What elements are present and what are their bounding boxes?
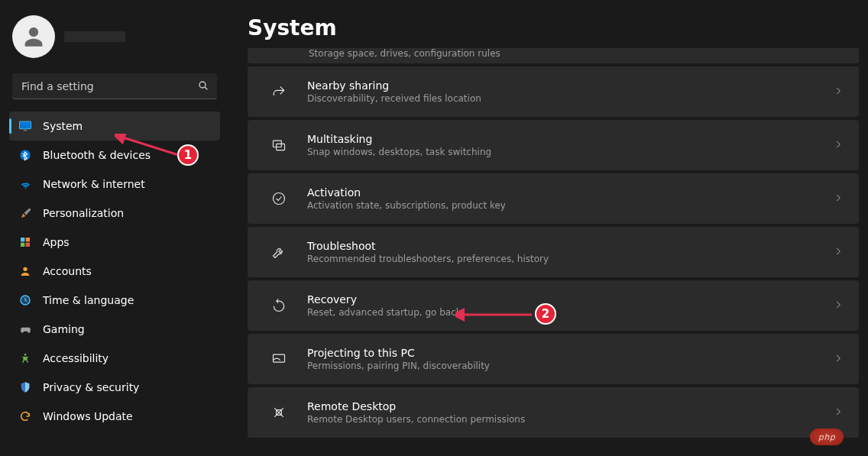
svg-point-12 [24,354,27,356]
sidebar-item-label: Time & language [43,294,134,306]
search-input[interactable] [12,73,217,99]
chevron-right-icon [833,406,844,420]
chevron-right-icon [833,192,844,206]
brush-icon [18,206,32,220]
watermark: php [810,429,844,445]
settings-row-title: Troubleshoot [307,240,833,252]
settings-row-subtitle: Storage space, drives, configuration rul… [309,48,500,59]
update-icon [18,409,32,423]
settings-row-title: Nearby sharing [307,79,833,92]
chevron-right-icon [833,85,844,99]
projecting-icon [263,351,295,367]
accessibility-icon [18,351,32,365]
settings-row-storage-partial[interactable]: Storage space, drives, configuration rul… [248,48,859,63]
sidebar-item-label: System [43,120,83,132]
svg-line-1 [205,87,207,89]
settings-row-title: Projecting to this PC [307,347,833,359]
check-circle-icon [263,191,295,206]
settings-row-subtitle: Activation state, subscriptions, product… [307,200,833,211]
settings-row-subtitle: Permissions, pairing PIN, discoverabilit… [307,361,833,371]
annotation-arrow-2 [455,307,539,322]
wrench-icon [263,244,295,260]
settings-row-troubleshoot[interactable]: Troubleshoot Recommended troubleshooters… [248,227,859,277]
settings-row-title: Recovery [307,293,833,306]
sidebar-item-windows-update[interactable]: Windows Update [9,402,220,431]
sidebar-item-apps[interactable]: Apps [9,228,220,257]
profile-area[interactable] [6,9,223,70]
recovery-icon [263,298,295,313]
svg-rect-2 [20,121,31,129]
settings-row-title: Multitasking [307,133,833,145]
sidebar-item-label: Windows Update [43,410,133,422]
settings-row-nearby-sharing[interactable]: Nearby sharing Discoverability, received… [248,66,859,117]
svg-rect-8 [21,243,24,247]
svg-rect-6 [21,238,24,241]
svg-line-18 [121,137,183,157]
monitor-icon [18,119,32,133]
user-name-placeholder [64,31,125,42]
svg-rect-4 [24,130,28,131]
main-content: System Storage space, drives, configurat… [229,0,868,456]
annotation-badge-1: 1 [177,144,199,166]
remote-desktop-icon [263,405,295,420]
sidebar-item-gaming[interactable]: Gaming [9,315,220,344]
sidebar-item-label: Gaming [43,323,85,335]
sidebar-item-label: Network & internet [43,178,145,190]
svg-point-10 [23,267,27,271]
settings-row-subtitle: Remote Desktop users, connection permiss… [307,414,833,425]
sidebar-item-network-internet[interactable]: Network & internet [9,170,220,199]
svg-point-15 [274,193,285,205]
wifi-icon [18,177,32,191]
sidebar-item-time-language[interactable]: Time & language [9,286,220,315]
settings-row-recovery[interactable]: Recovery Reset, advanced startup, go bac… [248,280,859,331]
sidebar-item-personalization[interactable]: Personalization [9,199,220,228]
annotation-badge-2: 2 [535,303,556,325]
account-icon [18,264,32,278]
search-box[interactable] [12,73,217,99]
sidebar-item-label: Privacy & security [43,381,139,393]
sidebar-item-label: Accounts [43,265,92,277]
sidebar-item-privacy-security[interactable]: Privacy & security [9,373,220,402]
settings-row-subtitle: Snap windows, desktops, task switching [307,147,833,157]
settings-row-multitasking[interactable]: Multitasking Snap windows, desktops, tas… [248,120,859,170]
sidebar-item-label: Accessibility [43,352,108,364]
sidebar: System Bluetooth & devices Network & int… [0,0,229,456]
settings-row-remote-desktop[interactable]: Remote Desktop Remote Desktop users, con… [248,387,859,438]
multitasking-icon [263,137,295,153]
settings-panel: Storage space, drives, configuration rul… [248,48,859,456]
page-title: System [248,15,859,40]
chevron-right-icon [833,299,844,313]
chevron-right-icon [833,138,844,153]
svg-rect-7 [26,238,30,241]
shield-icon [18,380,32,394]
chevron-right-icon [833,245,844,260]
bluetooth-icon [18,148,32,162]
sidebar-item-accessibility[interactable]: Accessibility [9,344,220,373]
person-icon [21,24,47,50]
settings-row-projecting[interactable]: Projecting to this PC Permissions, pairi… [248,334,859,384]
gamepad-icon [18,322,32,336]
sidebar-item-label: Apps [43,236,70,248]
svg-rect-9 [26,243,30,247]
settings-row-subtitle: Recommended troubleshooters, preferences… [307,254,833,264]
clock-icon [18,293,32,307]
chevron-right-icon [833,352,844,367]
apps-icon [18,235,32,249]
sidebar-item-accounts[interactable]: Accounts [9,257,220,286]
settings-row-title: Activation [307,186,833,199]
settings-row-activation[interactable]: Activation Activation state, subscriptio… [248,173,859,224]
avatar [12,15,55,58]
share-icon [263,84,295,99]
settings-row-subtitle: Discoverability, received files location [307,93,833,104]
search-icon [197,79,209,95]
settings-row-title: Remote Desktop [307,400,833,412]
sidebar-item-label: Personalization [43,207,124,219]
svg-point-0 [199,82,206,88]
settings-row-subtitle: Reset, advanced startup, go back [307,307,833,318]
